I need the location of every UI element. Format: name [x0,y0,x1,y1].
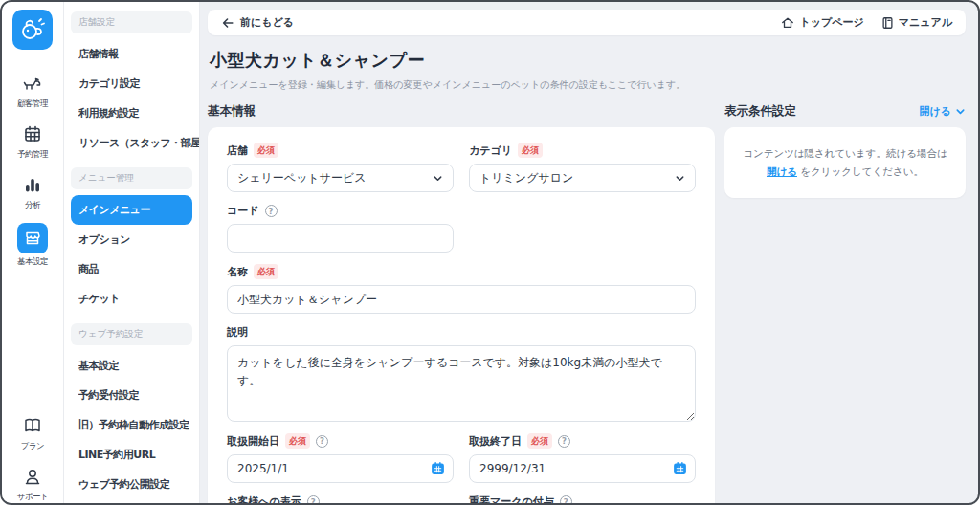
category-select-value: トリミングサロン [479,170,573,187]
sidebar-item-category-settings[interactable]: カテゴリ設定 [71,69,192,99]
sidebar-item-products[interactable]: 商品 [71,254,192,284]
help-icon[interactable] [265,205,278,217]
sidebar-item-options[interactable]: オプション [71,225,192,254]
required-badge: 必須 [285,433,310,449]
required-badge: 必須 [254,264,278,279]
open-panel-button[interactable]: 開ける [919,104,966,119]
sidebar-item-store-info[interactable]: 店舗情報 [71,39,192,69]
top-page-link-label: トップページ [799,15,863,30]
required-badge: 必須 [527,433,552,449]
sidebar-item-old-slot-auto-create[interactable]: 旧）予約枠自動作成設定 [71,410,192,440]
display-conditions-section: 表示条件設定 開ける コンテンツは隠されています。続ける場合は 開ける をクリッ… [724,103,966,198]
required-badge: 必須 [518,143,543,158]
description-textarea[interactable]: カットをした後に全身をシャンプーするコースです。対象は10kg未満の小型犬です。 [227,345,696,422]
form-row: 名称 必須 [227,264,696,314]
brand-logo[interactable] [12,10,53,50]
page-title: 小型犬カット＆シャンプー [210,49,966,72]
store-select-value: シェリーペットサービス [237,170,367,187]
sidebar-item-basic-settings[interactable]: 基本設定 [71,351,192,381]
dog-icon [20,71,45,96]
basic-info-card: 店舗 必須 シェリーペットサービス [208,127,715,503]
bar-chart-icon [20,172,45,197]
form-row: 説明 カットをした後に全身をシャンプーするコースです。対象は10kg未満の小型犬… [227,325,696,422]
store-field: 店舗 必須 シェリーペットサービス [227,143,454,192]
calendar-picker-icon[interactable] [673,461,687,475]
sidebar-section-store-settings: 店舗設定 [71,11,192,33]
form-row: 店舗 必須 シェリーペットサービス [227,143,696,192]
sidebar-item-line-reservation-url[interactable]: LINE予約用URL [71,440,192,470]
name-label: 名称 [227,265,248,279]
category-select[interactable]: トリミングサロン [469,164,696,192]
start-date-label: 取扱開始日 [227,434,279,449]
manual-link[interactable]: マニュアル [881,15,952,30]
customer-visibility-label: お客様への表示 [227,494,301,503]
code-input[interactable] [227,224,454,252]
code-label: コード [227,204,259,218]
page-subtitle: メインメニューを登録・編集します。価格の変更やメインメニューのペットの条件の設定… [210,78,966,92]
content-columns: 基本情報 店舗 必須 シェリーペットサービス [208,103,966,503]
sidebar-item-tickets[interactable]: チケット [71,284,192,314]
help-icon[interactable] [560,495,572,503]
rail-item-plan[interactable]: プラン [20,413,45,452]
basic-info-section: 基本情報 店舗 必須 シェリーペットサービス [208,103,715,503]
storefront-icon [17,223,48,253]
code-field: コード [227,204,454,252]
rail-item-label: サポート [17,492,49,503]
rail-item-reservations[interactable]: 予約管理 [17,121,48,161]
store-label: 店舗 [227,143,248,158]
sidebar-section-web-reservation: ウェブ予約設定 [71,323,192,345]
required-badge: 必須 [254,143,278,158]
back-button[interactable]: 前にもどる [221,15,294,30]
store-select[interactable]: シェリーペットサービス [227,164,454,192]
sidebar-section-menu-management: メニュー管理 [71,167,192,189]
sidebar-item-resources[interactable]: リソース（スタッフ・部屋） [71,128,192,158]
manual-icon [881,16,894,30]
chevron-down-icon [433,173,443,184]
sidebar-item-main-menu[interactable]: メインメニュー [71,195,192,225]
end-date-input[interactable] [469,454,696,483]
start-date-field: 取扱開始日 必須 [227,433,454,483]
form-row: コード [227,204,696,252]
sidebar-item-owner-screen-settings[interactable]: 飼い主側画面設定 [71,499,192,503]
rail-item-support[interactable]: サポート [17,464,49,503]
settings-sidebar: 店舗設定 店舗情報 カテゴリ設定 利用規約設定 リソース（スタッフ・部屋） メニ… [64,2,200,503]
home-icon [781,16,794,30]
category-label: カテゴリ [469,143,512,158]
person-icon [20,464,45,489]
rail-item-basic-settings[interactable]: 基本設定 [17,223,48,268]
form-row: 取扱開始日 必須 [227,433,696,483]
display-conditions-title: 表示条件設定 [724,103,796,120]
sidebar-item-terms-settings[interactable]: 利用規約設定 [71,99,192,128]
topbar: 前にもどる トップページ [208,10,966,35]
top-page-link[interactable]: トップページ [781,15,863,30]
name-field: 名称 必須 [227,264,696,314]
arrow-left-icon [221,16,234,30]
rail-item-label: 顧客管理 [17,99,48,110]
basic-info-title: 基本情報 [208,103,715,120]
help-icon[interactable] [307,495,320,503]
important-mark-label: 重要マークの付与 [469,494,554,503]
help-icon[interactable] [558,435,570,448]
start-date-input[interactable] [227,454,454,483]
open-panel-label: 開ける [919,104,951,119]
rail-item-label: 基本設定 [17,256,48,268]
sidebar-item-web-reservation-publish[interactable]: ウェブ予約公開設定 [71,470,192,499]
rail-item-analytics[interactable]: 分析 [20,172,45,211]
rail-item-label: プラン [21,441,45,452]
sidebar-item-reservation-acceptance[interactable]: 予約受付設定 [71,381,192,410]
calendar-picker-icon[interactable] [431,461,445,475]
help-icon[interactable] [316,435,328,448]
description-label: 説明 [227,325,248,340]
topbar-links: トップページ マニュアル [781,15,952,30]
chevron-down-icon [675,173,685,184]
name-input[interactable] [227,285,696,314]
rail-item-customers[interactable]: 顧客管理 [17,71,48,110]
category-field: カテゴリ 必須 トリミングサロン [469,143,696,192]
important-mark-field: 重要マークの付与 しない する [469,494,696,503]
calendar-icon [20,121,45,146]
rail-item-label: 予約管理 [17,149,48,161]
open-content-link[interactable]: 開ける [767,165,797,177]
description-field: 説明 カットをした後に全身をシャンプーするコースです。対象は10kg未満の小型犬… [227,325,696,422]
hidden-content-message: コンテンツは隠されています。続ける場合は 開ける をクリックしてください。 [740,144,950,181]
hidden-content-card: コンテンツは隠されています。続ける場合は 開ける をクリックしてください。 [724,127,966,198]
